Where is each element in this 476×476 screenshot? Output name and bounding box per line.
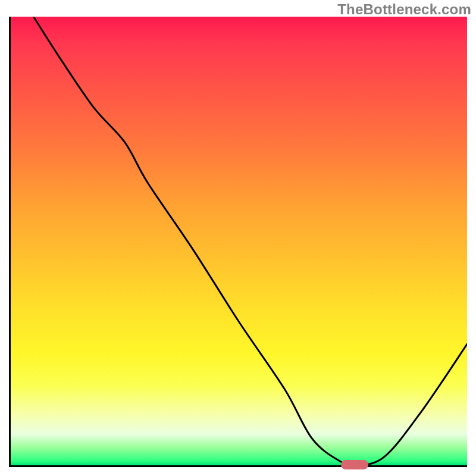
optimum-marker <box>341 460 368 469</box>
chart-frame: TheBottleneck.com <box>0 0 476 476</box>
watermark-text: TheBottleneck.com <box>337 1 471 18</box>
bottleneck-curve <box>11 17 467 465</box>
plot-area <box>9 17 467 467</box>
